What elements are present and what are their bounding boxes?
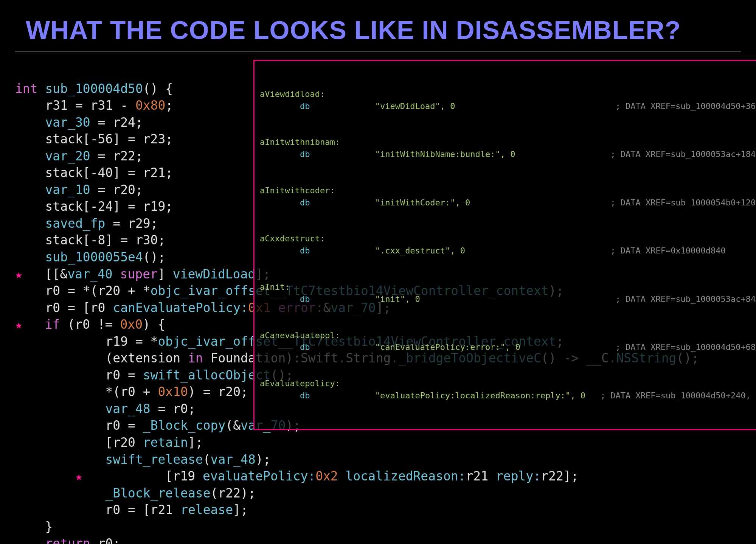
star-icon: ★ — [15, 317, 22, 332]
star-icon: ★ — [75, 469, 82, 483]
string-row: aInitwithcoder: db "initWithCoder:", 0 ;… — [260, 185, 756, 209]
string-row: aInitwithnibnam: db "initWithNibName:bun… — [260, 136, 756, 160]
title-divider — [15, 51, 741, 52]
string-row: aCxxdestruct: db ".cxx_destruct", 0 ; DA… — [260, 233, 756, 257]
string-row: aInit: db "init", 0 ; DATA XREF=sub_1000… — [260, 281, 756, 305]
strings-panel: aViewdidload: db "viewDidLoad", 0 ; DATA… — [253, 60, 756, 430]
content-area: aViewdidload: db "viewDidLoad", 0 ; DATA… — [15, 64, 741, 544]
string-row: aCanevaluatepol: db "canEvaluatePolicy:e… — [260, 330, 756, 354]
star-icon: ★ — [15, 267, 22, 281]
string-row: aEvaluatepolicy: db "evaluatePolicy:loca… — [260, 378, 756, 402]
slide-title: WHAT THE CODE LOOKS LIKE IN DISASSEMBLER… — [26, 15, 741, 45]
string-row: aViewdidload: db "viewDidLoad", 0 ; DATA… — [260, 88, 756, 112]
